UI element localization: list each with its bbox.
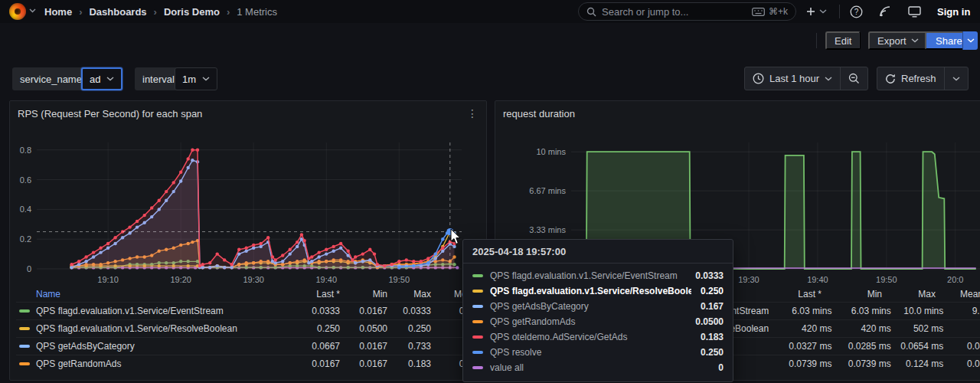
legend-header-max[interactable]: Max: [387, 289, 431, 300]
grafana-logo-icon[interactable]: [9, 3, 26, 20]
legend-value: 0.250: [286, 323, 340, 334]
export-button[interactable]: Export: [868, 31, 928, 50]
edit-button[interactable]: Edit: [825, 31, 861, 50]
tooltip-series-value: 0.183: [701, 332, 724, 342]
tooltip-row: value all0: [463, 360, 733, 375]
legend-header-name[interactable]: Name: [36, 289, 286, 300]
panel-title[interactable]: request duration: [503, 108, 575, 119]
tooltip-series-name: QPS flagd.evaluation.v1.Service/EventStr…: [490, 270, 686, 281]
series-name[interactable]: QPS getRandomAds: [36, 358, 286, 369]
series-name[interactable]: QPS flagd.evaluation.v1.Service/ResolveB…: [36, 323, 286, 334]
legend-value: 0.183: [387, 358, 431, 369]
svg-text:0.6: 0.6: [20, 175, 31, 185]
legend-value: 4: [943, 323, 980, 334]
series-name[interactable]: QPS getAdsByCategory: [36, 341, 286, 352]
refresh-button[interactable]: Refresh: [877, 67, 944, 90]
search-placeholder: Search or jump to...: [602, 6, 746, 18]
series-color-swatch: [472, 305, 483, 308]
help-icon: ?: [850, 5, 863, 18]
monitor-icon: [908, 6, 921, 18]
interval-select[interactable]: 1m: [175, 67, 217, 90]
svg-text:19:20: 19:20: [170, 275, 191, 284]
legend-value: 0.0654 ms: [891, 341, 944, 352]
breadcrumb-item[interactable]: 1 Metrics: [237, 6, 277, 18]
breadcrumb-item[interactable]: Dashboards: [89, 6, 146, 18]
tooltip-series-value: 0.250: [701, 347, 724, 358]
tooltip-row: QPS getAdsByCategory0.167: [463, 299, 733, 314]
legend-value: 0.0327 ms: [769, 341, 831, 352]
tooltip-row: QPS flagd.evaluation.v1.Service/EventStr…: [463, 268, 733, 283]
legend-value: 0.0500: [340, 323, 387, 334]
chevron-down-icon[interactable]: [29, 8, 36, 13]
search-input[interactable]: Search or jump to... ⌘+k: [578, 2, 796, 21]
legend-header-mean[interactable]: Mean: [936, 289, 980, 300]
display-button[interactable]: [908, 0, 921, 23]
help-button[interactable]: ?: [850, 0, 863, 23]
svg-text:?: ?: [854, 8, 859, 16]
tooltip-series-name: QPS flagd.evaluation.v1.Service/ResolveB…: [490, 286, 691, 296]
tooltip-series-name: QPS getAdsByCategory: [490, 301, 691, 312]
legend-value: 0.0739 ms: [769, 358, 831, 369]
legend-value: 6.03 mins: [831, 306, 890, 316]
legend-header-min[interactable]: Min: [340, 289, 387, 300]
legend-value: 0.0167: [286, 358, 340, 369]
legend-row: QPS flagd.evaluation.v1.Service/EventStr…: [16, 302, 480, 319]
breadcrumb: Home›Dashboards›Doris Demo›1 Metrics: [44, 0, 277, 23]
chevron-down-icon: [952, 77, 960, 81]
svg-text:0.2: 0.2: [20, 234, 31, 244]
series-color-swatch: [472, 351, 483, 354]
time-range-button[interactable]: Last 1 hour: [745, 67, 840, 90]
series-color-swatch: [472, 320, 483, 323]
breadcrumb-separator-icon: ›: [227, 6, 230, 18]
breadcrumb-item[interactable]: Home: [44, 6, 72, 18]
tooltip-row: QPS getRandomAds0.0500: [463, 314, 733, 329]
search-shortcut: ⌘+k: [769, 6, 788, 17]
add-button[interactable]: [805, 0, 827, 23]
breadcrumb-item[interactable]: Doris Demo: [164, 6, 220, 18]
search-icon: [586, 7, 596, 17]
legend-value: 502 ms: [891, 323, 944, 334]
svg-text:19:50: 19:50: [876, 275, 897, 284]
svg-text:0.4: 0.4: [20, 205, 31, 214]
news-button[interactable]: [879, 0, 891, 23]
sign-in-button[interactable]: Sign in: [937, 0, 970, 23]
svg-text:19:40: 19:40: [315, 275, 337, 284]
service-name-label: service_name: [12, 67, 90, 90]
zoom-out-button[interactable]: [841, 67, 867, 90]
legend-header-last[interactable]: Last *: [286, 289, 340, 300]
topbar-divider: [839, 5, 840, 18]
legend-row: QPS getRandomAds0.01670.01670.1830.06: [16, 355, 480, 372]
series-name[interactable]: QPS flagd.evaluation.v1.Service/EventStr…: [36, 306, 286, 316]
zoom-out-icon: [848, 73, 860, 84]
rps-legend-table: Name Last * Min Max Mean QPS flagd.evalu…: [16, 286, 480, 372]
chevron-down-icon: [202, 77, 210, 81]
legend-header-last[interactable]: Last *: [757, 289, 822, 300]
chevron-down-icon: [911, 38, 919, 43]
breadcrumb-separator-icon: ›: [79, 6, 82, 18]
svg-text:19:50: 19:50: [389, 275, 410, 284]
svg-text:10 mins: 10 mins: [536, 147, 566, 156]
refresh-interval-button[interactable]: [945, 67, 968, 90]
svg-text:19:10: 19:10: [97, 275, 119, 284]
panel-title[interactable]: RPS (Request Per Second) for each span: [18, 108, 202, 119]
rps-chart[interactable]: 00.20.40.60.819:1019:2019:3019:4019:50: [10, 139, 485, 289]
series-color-swatch: [472, 366, 483, 369]
tooltip-row: QPS oteldemo.AdService/GetAds0.183: [463, 329, 733, 345]
tooltip-series-value: 0.0333: [695, 270, 724, 281]
refresh-control: Refresh: [877, 67, 969, 90]
top-nav-bar: Home›Dashboards›Doris Demo›1 Metrics Sea…: [0, 0, 980, 23]
keyboard-icon: [752, 8, 765, 16]
refresh-icon: [885, 74, 896, 84]
svg-text:0.8: 0.8: [20, 146, 31, 155]
tooltip-series-name: QPS resolve: [490, 347, 691, 358]
legend-header-min[interactable]: Min: [822, 289, 882, 300]
service-name-select[interactable]: ad: [81, 67, 122, 90]
svg-text:19:30: 19:30: [243, 275, 264, 284]
panel-menu-icon[interactable]: ⋮: [467, 107, 479, 119]
tooltip-row: QPS flagd.evaluation.v1.Service/ResolveB…: [463, 283, 733, 299]
share-menu-button[interactable]: [962, 31, 978, 50]
legend-value: 0.045: [943, 341, 980, 352]
legend-header-max[interactable]: Max: [882, 289, 936, 300]
tooltip-timestamp: 2025-04-18 19:57:00: [463, 240, 733, 264]
tooltip-series-value: 0.250: [701, 286, 724, 296]
